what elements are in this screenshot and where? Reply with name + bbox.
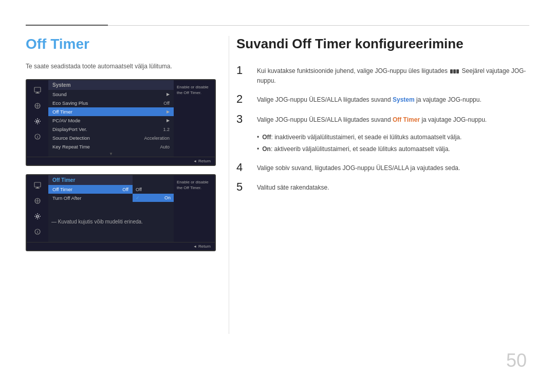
top-line-dark: [26, 25, 108, 26]
step-2-text: Valige JOG-nuppu ÜLES/ALLA liigutades su…: [257, 93, 482, 105]
step-1-text: Kui kuvatakse funktsioonide juhend, vali…: [257, 64, 529, 86]
icon-settings: [32, 116, 43, 126]
column-divider: [229, 36, 229, 334]
icon-adjust: [32, 101, 43, 111]
step-5: 5 Valitud säte rakendatakse.: [236, 181, 529, 193]
steps-cont-list: 4 Valige sobiv suvand, liigutades JOG-nu…: [236, 161, 529, 193]
monitor-mockup-1: i System Sound ▶ Eco Saving Plus Off Off…: [26, 79, 216, 166]
menu-item-keyrepeat: Key Repeat Time Auto: [48, 142, 174, 151]
bullet-off-text: Off: inaktiveerib väljalülitustaimeri, e…: [262, 133, 461, 142]
bottom-caption: Kuvatud kujutis võib mudeliti erineda.: [51, 219, 143, 225]
step-4: 4 Valige sobiv suvand, liigutades JOG-nu…: [236, 161, 529, 174]
bullet-list: • Off: inaktiveerib väljalülitustaimeri,…: [257, 133, 529, 154]
steps-list: 1 Kui kuvatakse funktsioonide juhend, va…: [236, 64, 529, 125]
menu-item-source: Source Detection Acceleration: [48, 134, 174, 142]
step-5-text: Valitud säte rakendatakse.: [257, 181, 329, 193]
step-1-number: 1: [236, 64, 249, 77]
top-decorative-lines: [26, 25, 529, 26]
description-text: Te saate seadistada toote automaatselt v…: [26, 62, 226, 71]
page-number: 50: [506, 350, 527, 371]
mockup2-sidebar: i: [27, 175, 48, 242]
menu-item-eco: Eco Saving Plus Off: [48, 99, 174, 107]
menu-item-offtimer: Off Timer ▶: [48, 107, 174, 116]
svg-rect-11: [35, 188, 40, 189]
svg-rect-2: [35, 93, 40, 94]
icon-display-2: [32, 180, 43, 191]
svg-rect-10: [36, 187, 39, 188]
icon-info-2: i: [32, 227, 43, 237]
mockup1-footer: Return: [27, 157, 215, 165]
mockup1-return-btn: Return: [193, 159, 211, 163]
svg-point-6: [36, 120, 39, 122]
top-line-light: [108, 25, 529, 26]
step-3: 3 Valige JOG-nuppu ÜLES/ALLA liigutades …: [236, 113, 529, 125]
menu-icon: [450, 69, 459, 73]
mockup2-item-offtimer: Off Timer Off: [48, 185, 133, 194]
svg-point-15: [36, 215, 39, 217]
mockup2-right-label: Enable or disable the Off Timer.: [174, 175, 215, 242]
mockup2-menu: Off Timer Off Timer Off Turn Off After: [48, 175, 133, 242]
mockup1-right-label: Enable or disable the Off Timer.: [174, 80, 215, 157]
submenu-on: ✓ On: [133, 194, 174, 202]
step-4-text: Valige sobiv suvand, liigutades JOG-nupp…: [257, 161, 460, 173]
mockup1-content: i System Sound ▶ Eco Saving Plus Off Off…: [27, 80, 215, 157]
svg-rect-1: [36, 92, 39, 93]
bullet-on: • On: aktiveerib väljalülitustaimeri, et…: [257, 144, 529, 154]
monitor-mockup-2: i Off Timer Off Timer Off Turn Off After…: [26, 174, 216, 251]
menu-item-pcav: PC/AV Mode ▶: [48, 116, 174, 125]
main-title: Suvandi Off Timer konfigureerimine: [236, 36, 529, 52]
step-3-number: 3: [236, 113, 249, 125]
step-4-number: 4: [236, 161, 249, 174]
right-column: Suvandi Off Timer konfigureerimine 1 Kui…: [236, 36, 529, 201]
icon-info: i: [32, 132, 43, 142]
mockup2-return-btn: Return: [193, 244, 211, 249]
step-1: 1 Kui kuvatakse funktsioonide juhend, va…: [236, 64, 529, 86]
step-5-number: 5: [236, 181, 249, 193]
menu-item-sound: Sound ▶: [48, 90, 174, 99]
mockup1-menu: System Sound ▶ Eco Saving Plus Off Off T…: [48, 80, 174, 157]
mockup2-header: Off Timer: [48, 175, 133, 185]
bullet-on-text: On: aktiveerib väljalülitustaimeri, et s…: [262, 144, 450, 154]
svg-rect-0: [34, 87, 41, 92]
mockup2-footer: Return: [27, 242, 215, 250]
icon-settings-2: [32, 211, 43, 221]
icon-adjust-2: [32, 196, 43, 206]
menu-item-displayport: DisplayPort Ver. 1.2: [48, 125, 174, 134]
mockup1-sidebar: i: [27, 80, 48, 157]
svg-text:i: i: [37, 135, 38, 139]
mockup1-header: System: [48, 80, 174, 90]
submenu-off: Off: [133, 185, 174, 194]
step-2-number: 2: [236, 93, 249, 105]
left-column: Off Timer Te saate seadistada toote auto…: [26, 36, 226, 259]
page-title: Off Timer: [26, 36, 226, 52]
bullet-off: • Off: inaktiveerib väljalülitustaimeri,…: [257, 133, 529, 142]
svg-rect-9: [34, 182, 41, 187]
mockup2-item-turnoff: Turn Off After: [48, 194, 133, 202]
mockup2-submenu: Off ✓ On: [133, 175, 174, 242]
svg-text:i: i: [37, 230, 38, 234]
step-3-text: Valige JOG-nuppu ÜLES/ALLA liigutades su…: [257, 113, 487, 125]
mockup2-content: i Off Timer Off Timer Off Turn Off After…: [27, 175, 215, 242]
step-2: 2 Valige JOG-nuppu ÜLES/ALLA liigutades …: [236, 93, 529, 105]
icon-display: [32, 85, 43, 96]
